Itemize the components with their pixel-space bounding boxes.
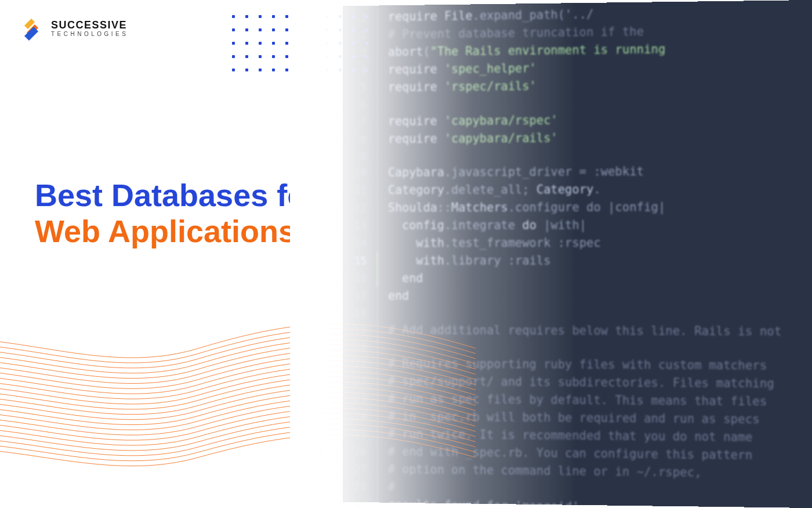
headline-line1: Best Databases for: [35, 177, 318, 213]
brand-logo-mark: [21, 16, 45, 41]
code-screenshot-panel: 1require File.expand_path('../2# Prevent…: [343, 0, 812, 508]
dot-grid-decoration: [232, 15, 368, 82]
headline-line2: Web Applications: [35, 213, 318, 249]
brand-logo: SUCCESSIVE TECHNOLOGIES: [21, 16, 128, 41]
brand-tagline: TECHNOLOGIES: [51, 31, 128, 37]
headline: Best Databases for Web Applications: [35, 177, 318, 249]
brand-name: SUCCESSIVE: [51, 20, 128, 30]
